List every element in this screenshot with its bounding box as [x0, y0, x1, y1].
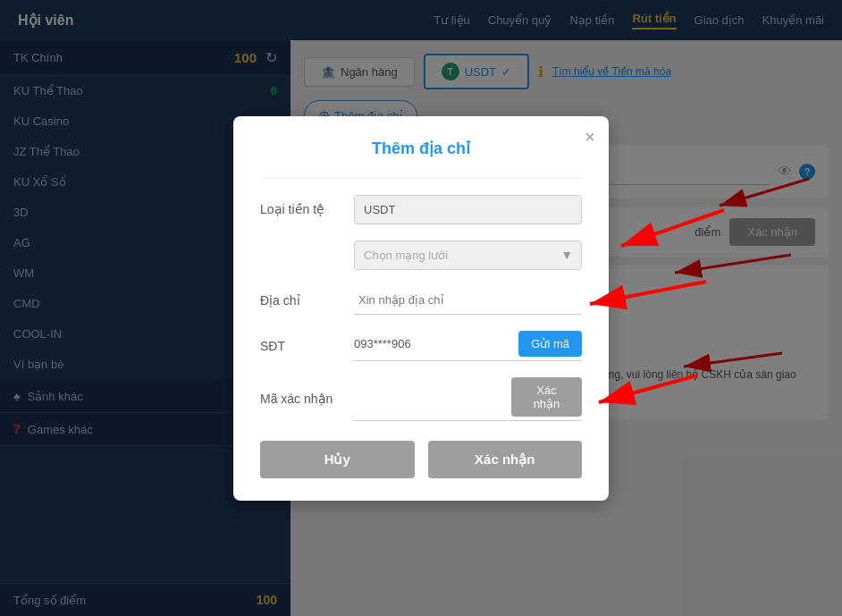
- svg-line-7: [599, 376, 697, 402]
- cancel-button[interactable]: Hủy: [260, 441, 415, 478]
- verify-button[interactable]: Xác nhận: [511, 377, 582, 417]
- send-code-button[interactable]: Gửi mã: [518, 331, 582, 357]
- modal-currency-row: Loại tiền tệ: [260, 195, 582, 224]
- address-label: Địa chỉ: [260, 293, 341, 308]
- phone-label: SĐT: [260, 339, 341, 353]
- modal: × Thêm địa chỉ Loại tiền tệ Chọn mạng lư…: [233, 116, 609, 501]
- verify-input[interactable]: [354, 390, 504, 403]
- svg-line-5: [621, 210, 724, 246]
- currency-label: Loại tiền tệ: [260, 202, 341, 216]
- modal-phone-row: SĐT Gửi mã: [260, 331, 582, 361]
- modal-address-row: Địa chỉ: [260, 286, 582, 315]
- modal-title: Thêm địa chỉ: [260, 139, 582, 158]
- modal-overlay: × Thêm địa chỉ Loại tiền tệ Chọn mạng lư…: [0, 0, 842, 616]
- submit-button[interactable]: Xác nhận: [428, 441, 583, 478]
- verify-label: Mã xác nhận: [260, 392, 341, 406]
- modal-actions: Hủy Xác nhận: [260, 441, 582, 478]
- phone-input[interactable]: [354, 337, 511, 350]
- modal-network-row: Chọn mạng lưới ▼: [260, 240, 582, 270]
- modal-close-button[interactable]: ×: [585, 127, 595, 148]
- network-select[interactable]: Chọn mạng lưới: [354, 240, 582, 270]
- modal-verify-row: Mã xác nhận Xác nhận: [260, 377, 582, 421]
- currency-input: [354, 195, 582, 224]
- address-input[interactable]: [354, 286, 582, 315]
